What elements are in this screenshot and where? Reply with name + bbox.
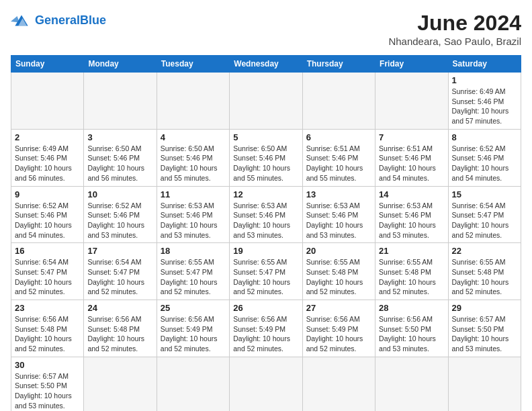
calendar-cell: 17Sunrise: 6:54 AMSunset: 5:47 PMDayligh…: [84, 243, 157, 300]
calendar-cell: 29Sunrise: 6:57 AMSunset: 5:50 PMDayligh…: [448, 300, 521, 357]
calendar-week-4: 16Sunrise: 6:54 AMSunset: 5:47 PMDayligh…: [11, 243, 521, 300]
day-number: 15: [452, 189, 517, 199]
logo-icon: [11, 11, 32, 30]
calendar-header-row: SundayMondayTuesdayWednesdayThursdayFrid…: [11, 56, 521, 73]
day-info: Sunrise: 6:55 AMSunset: 5:47 PMDaylight:…: [233, 257, 298, 297]
day-info: Sunrise: 6:53 AMSunset: 5:46 PMDaylight:…: [306, 201, 371, 240]
calendar-cell: [84, 357, 157, 411]
day-header-wednesday: Wednesday: [230, 56, 302, 73]
day-info: Sunrise: 6:56 AMSunset: 5:50 PMDaylight:…: [379, 314, 444, 354]
month-title: June 2024: [388, 11, 521, 36]
day-info: Sunrise: 6:52 AMSunset: 5:46 PMDaylight:…: [87, 201, 152, 240]
day-info: Sunrise: 6:56 AMSunset: 5:48 PMDaylight:…: [15, 314, 80, 354]
calendar-cell: 11Sunrise: 6:53 AMSunset: 5:46 PMDayligh…: [157, 186, 229, 243]
day-number: 23: [15, 303, 80, 313]
calendar-cell: [302, 357, 375, 411]
logo: GeneralBlue: [11, 11, 106, 30]
day-info: Sunrise: 6:57 AMSunset: 5:50 PMDaylight:…: [452, 314, 517, 354]
calendar-cell: 4Sunrise: 6:50 AMSunset: 5:46 PMDaylight…: [157, 129, 229, 186]
calendar-cell: 23Sunrise: 6:56 AMSunset: 5:48 PMDayligh…: [11, 300, 84, 357]
calendar-cell: 5Sunrise: 6:50 AMSunset: 5:46 PMDaylight…: [230, 129, 302, 186]
day-number: 14: [379, 189, 444, 199]
day-number: 12: [233, 189, 298, 199]
day-info: Sunrise: 6:49 AMSunset: 5:46 PMDaylight:…: [15, 144, 80, 183]
calendar-cell: 25Sunrise: 6:56 AMSunset: 5:49 PMDayligh…: [157, 300, 229, 357]
day-info: Sunrise: 6:50 AMSunset: 5:46 PMDaylight:…: [161, 144, 226, 183]
day-number: 5: [233, 132, 298, 142]
calendar-cell: [230, 357, 302, 411]
day-number: 19: [233, 246, 298, 256]
day-info: Sunrise: 6:50 AMSunset: 5:46 PMDaylight:…: [233, 144, 298, 183]
day-number: 11: [161, 189, 226, 199]
calendar-cell: [375, 357, 448, 411]
day-info: Sunrise: 6:51 AMSunset: 5:46 PMDaylight:…: [379, 144, 444, 183]
day-info: Sunrise: 6:56 AMSunset: 5:49 PMDaylight:…: [233, 314, 298, 354]
day-header-saturday: Saturday: [448, 56, 521, 73]
calendar-cell: 15Sunrise: 6:54 AMSunset: 5:47 PMDayligh…: [448, 186, 521, 243]
svg-marker-2: [11, 16, 19, 23]
day-number: 20: [306, 246, 371, 256]
day-info: Sunrise: 6:55 AMSunset: 5:47 PMDaylight:…: [161, 257, 226, 297]
calendar-week-2: 2Sunrise: 6:49 AMSunset: 5:46 PMDaylight…: [11, 129, 521, 186]
calendar-cell: [11, 73, 84, 130]
day-number: 2: [15, 132, 80, 142]
calendar-cell: [302, 73, 375, 130]
day-number: 7: [379, 132, 444, 142]
day-number: 28: [379, 303, 444, 313]
day-header-friday: Friday: [375, 56, 448, 73]
calendar-week-1: 1Sunrise: 6:49 AMSunset: 5:46 PMDaylight…: [11, 73, 521, 130]
logo-general: General: [35, 13, 80, 27]
day-number: 25: [161, 303, 226, 313]
day-number: 22: [452, 246, 517, 256]
calendar-week-6: 30Sunrise: 6:57 AMSunset: 5:50 PMDayligh…: [11, 357, 521, 411]
day-info: Sunrise: 6:49 AMSunset: 5:46 PMDaylight:…: [452, 87, 517, 126]
day-header-thursday: Thursday: [302, 56, 375, 73]
calendar-cell: 10Sunrise: 6:52 AMSunset: 5:46 PMDayligh…: [84, 186, 157, 243]
calendar-cell: [230, 73, 302, 130]
day-number: 16: [15, 246, 80, 256]
day-info: Sunrise: 6:50 AMSunset: 5:46 PMDaylight:…: [87, 144, 152, 183]
calendar-week-5: 23Sunrise: 6:56 AMSunset: 5:48 PMDayligh…: [11, 300, 521, 357]
day-number: 17: [87, 246, 152, 256]
calendar-week-3: 9Sunrise: 6:52 AMSunset: 5:46 PMDaylight…: [11, 186, 521, 243]
calendar-cell: 22Sunrise: 6:55 AMSunset: 5:48 PMDayligh…: [448, 243, 521, 300]
calendar-cell: 6Sunrise: 6:51 AMSunset: 5:46 PMDaylight…: [302, 129, 375, 186]
day-header-sunday: Sunday: [11, 56, 84, 73]
logo-blue: Blue: [80, 13, 106, 27]
day-number: 3: [87, 132, 152, 142]
calendar-cell: 19Sunrise: 6:55 AMSunset: 5:47 PMDayligh…: [230, 243, 302, 300]
day-number: 26: [233, 303, 298, 313]
day-info: Sunrise: 6:55 AMSunset: 5:48 PMDaylight:…: [452, 257, 517, 297]
day-number: 29: [452, 303, 517, 313]
calendar-cell: 27Sunrise: 6:56 AMSunset: 5:49 PMDayligh…: [302, 300, 375, 357]
day-info: Sunrise: 6:53 AMSunset: 5:46 PMDaylight:…: [161, 201, 226, 240]
calendar-cell: 30Sunrise: 6:57 AMSunset: 5:50 PMDayligh…: [11, 357, 84, 411]
calendar-cell: 18Sunrise: 6:55 AMSunset: 5:47 PMDayligh…: [157, 243, 229, 300]
day-number: 27: [306, 303, 371, 313]
day-number: 30: [15, 360, 80, 370]
day-number: 6: [306, 132, 371, 142]
calendar-cell: [157, 73, 229, 130]
day-info: Sunrise: 6:52 AMSunset: 5:46 PMDaylight:…: [452, 144, 517, 183]
day-number: 13: [306, 189, 371, 199]
day-info: Sunrise: 6:55 AMSunset: 5:48 PMDaylight:…: [306, 257, 371, 297]
day-number: 18: [161, 246, 226, 256]
day-info: Sunrise: 6:53 AMSunset: 5:46 PMDaylight:…: [379, 201, 444, 240]
day-number: 9: [15, 189, 80, 199]
calendar-cell: [157, 357, 229, 411]
calendar-cell: 21Sunrise: 6:55 AMSunset: 5:48 PMDayligh…: [375, 243, 448, 300]
day-number: 4: [161, 132, 226, 142]
day-info: Sunrise: 6:53 AMSunset: 5:46 PMDaylight:…: [233, 201, 298, 240]
day-number: 21: [379, 246, 444, 256]
day-header-tuesday: Tuesday: [157, 56, 229, 73]
calendar-cell: [448, 357, 521, 411]
page-header: GeneralBlue June 2024 Nhandeara, Sao Pau…: [11, 11, 521, 47]
day-info: Sunrise: 6:54 AMSunset: 5:47 PMDaylight:…: [452, 201, 517, 240]
day-info: Sunrise: 6:57 AMSunset: 5:50 PMDaylight:…: [15, 371, 80, 411]
day-info: Sunrise: 6:56 AMSunset: 5:49 PMDaylight:…: [161, 314, 226, 354]
calendar-cell: [375, 73, 448, 130]
calendar-cell: 13Sunrise: 6:53 AMSunset: 5:46 PMDayligh…: [302, 186, 375, 243]
calendar-table: SundayMondayTuesdayWednesdayThursdayFrid…: [11, 55, 521, 411]
day-number: 1: [452, 75, 517, 85]
calendar-cell: 1Sunrise: 6:49 AMSunset: 5:46 PMDaylight…: [448, 73, 521, 130]
